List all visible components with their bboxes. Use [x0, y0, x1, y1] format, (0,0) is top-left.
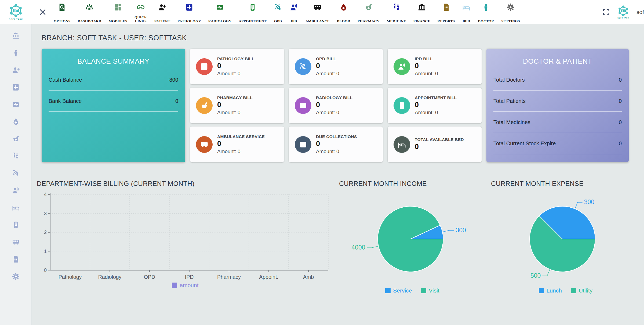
- mortar-icon: [200, 101, 209, 110]
- nav-item-finance[interactable]: FINANCE: [413, 2, 430, 23]
- doc-search-icon: [58, 3, 66, 12]
- nav-item-radiology[interactable]: RADIOLOGY: [208, 2, 232, 23]
- stat-icon-circle: [295, 97, 311, 114]
- gear-icon: [506, 3, 515, 12]
- stat-amount: Amount: 0: [316, 149, 357, 154]
- wallet-icon: [299, 140, 307, 149]
- nav-item-doctor[interactable]: DOCTOR: [478, 2, 494, 23]
- nav-item-settings[interactable]: SETTINGS: [501, 2, 520, 23]
- balance-row-value: 0: [175, 98, 178, 104]
- topbar-right: SOFT TASK sof: [602, 0, 644, 24]
- nav-item-label: BLOOD: [337, 19, 350, 23]
- stat-text: AMBULANCE SERVICE 0 Amount: 0: [217, 134, 265, 154]
- svg-text:IPD: IPD: [185, 274, 194, 280]
- nav-item-patient[interactable]: PATIENT: [154, 2, 170, 23]
- person-add-icon: [158, 3, 166, 12]
- person-icon: [482, 3, 490, 12]
- stat-text: TOTAL AVAILABLE BED 0: [415, 137, 464, 151]
- brand-caption: SOFT TASK: [617, 17, 629, 19]
- sidebar-item-gear[interactable]: [10, 272, 22, 280]
- stat-icon-circle: [196, 97, 213, 114]
- bank-icon: [417, 3, 426, 12]
- bed-icon: [12, 204, 20, 212]
- nav-item-opd[interactable]: OPD: [274, 2, 282, 23]
- nav-item-label: OPTIONS: [54, 19, 70, 23]
- close-icon: [39, 8, 47, 16]
- nav-item-dashboard[interactable]: DASHBOARD: [78, 2, 101, 23]
- nav-item-bed[interactable]: BED: [462, 2, 471, 23]
- svg-text:0: 0: [44, 267, 47, 273]
- logo-caption: SOFT TASK: [9, 18, 23, 20]
- phone-icon: [398, 101, 406, 110]
- sidebar-item-report[interactable]: [10, 255, 22, 263]
- nav-item-reports[interactable]: REPORTS: [438, 2, 455, 23]
- nav-item-options[interactable]: OPTIONS: [54, 2, 70, 23]
- svg-text:300: 300: [584, 198, 594, 205]
- stat-card-ipd-bill: IPD BILL 0 Amount: 0: [388, 49, 482, 84]
- svg-text:1: 1: [44, 248, 47, 254]
- sidebar-item-bus[interactable]: [10, 238, 22, 246]
- sidebar-item-syringe[interactable]: [10, 152, 22, 160]
- sidebar-item-blood-drop[interactable]: [10, 118, 22, 126]
- user-menu[interactable]: sof: [636, 9, 644, 15]
- nav-item-label: DOCTOR: [478, 19, 494, 23]
- nav-item-pathology[interactable]: PATHOLOGY: [177, 2, 201, 23]
- expense-chart-title: CURRENT MONTH EXPENSE: [491, 180, 641, 187]
- legend-item: Service: [385, 287, 412, 294]
- sidebar-item-bank[interactable]: [10, 32, 22, 40]
- fullscreen-button[interactable]: [602, 8, 610, 16]
- doctor-patient-row-value: 0: [619, 140, 622, 147]
- sidebar-item-mortar[interactable]: [10, 135, 22, 143]
- nav-item-quick-links[interactable]: QUICK LINKS: [134, 2, 147, 23]
- close-menu-button[interactable]: [39, 0, 47, 24]
- nav-item-appointment[interactable]: APPOINTMENT: [239, 2, 266, 23]
- sidebar-item-plus-badge[interactable]: [10, 83, 22, 91]
- stat-title: RADIOLOGY BILL: [316, 95, 353, 100]
- doctor-patient-row-value: 0: [619, 119, 622, 125]
- report-icon: [12, 255, 20, 263]
- doctor-patient-row: Total Medicines 0: [493, 112, 622, 133]
- sidebar-item-bed[interactable]: [10, 204, 22, 212]
- person-add-icon: [12, 66, 20, 74]
- stat-title: DUE COLLECTIONS: [316, 134, 357, 139]
- sidebar-item-pulse[interactable]: [10, 100, 22, 109]
- stat-card-pathology-bill: PATHOLOGY BILL 0 Amount: 0: [190, 49, 284, 84]
- nav-item-modules[interactable]: MODULES: [108, 2, 127, 23]
- nav-item-label: MEDICINE: [387, 19, 406, 23]
- svg-text:Pathology: Pathology: [59, 274, 82, 280]
- nav-item-ipd[interactable]: IPD: [290, 2, 298, 23]
- stat-icon-circle: [196, 58, 213, 75]
- nav-item-ambulance[interactable]: AMBULANCE: [305, 2, 330, 23]
- bus-icon: [200, 140, 209, 149]
- nav-item-label: DASHBOARD: [78, 19, 101, 23]
- nav-item-medicine[interactable]: MEDICINE: [387, 2, 406, 23]
- person-voice-icon: [398, 62, 406, 71]
- nav-item-blood[interactable]: BLOOD: [337, 2, 350, 23]
- nav-item-label: QUICK LINKS: [134, 15, 147, 23]
- sidebar-item-phone[interactable]: [10, 221, 22, 229]
- legend-label: Lunch: [547, 287, 562, 294]
- legend-item: Visit: [421, 287, 439, 294]
- doctor-patient-row-label: Total Doctors: [493, 77, 525, 83]
- nav-item-pharmacy[interactable]: PHARMACY: [358, 2, 380, 23]
- sidebar-item-person[interactable]: [10, 49, 22, 57]
- pulse-icon: [216, 3, 224, 12]
- doctor-patient-row-value: 0: [619, 77, 622, 83]
- expense-pie: 300500: [490, 191, 641, 285]
- nav-item-label: MODULES: [108, 19, 127, 23]
- income-legend: Service Visit: [339, 287, 486, 294]
- sidebar-item-person-add[interactable]: [10, 66, 22, 74]
- stat-card-radiology-bill: RADIOLOGY BILL 0 Amount: 0: [289, 88, 383, 123]
- gauge-icon: [85, 3, 94, 12]
- legend-item[interactable]: amount: [172, 282, 198, 288]
- nav-item-label: FINANCE: [413, 19, 430, 23]
- svg-text:Appoint.: Appoint.: [259, 274, 278, 280]
- phone-icon: [248, 3, 257, 12]
- syringe-icon: [12, 152, 20, 160]
- stat-amount: Amount: 0: [316, 110, 353, 115]
- income-chart: CURRENT MONTH INCOME 3004000 Service Vis…: [339, 180, 486, 294]
- sidebar-item-person-voice[interactable]: [10, 186, 22, 194]
- sidebar-item-signal[interactable]: [10, 169, 22, 177]
- department-billing-chart: DEPARTMENT-WISE BILLING (CURRENT MONTH) …: [36, 180, 334, 294]
- stat-title: APPOINTMENT BILL: [415, 95, 457, 100]
